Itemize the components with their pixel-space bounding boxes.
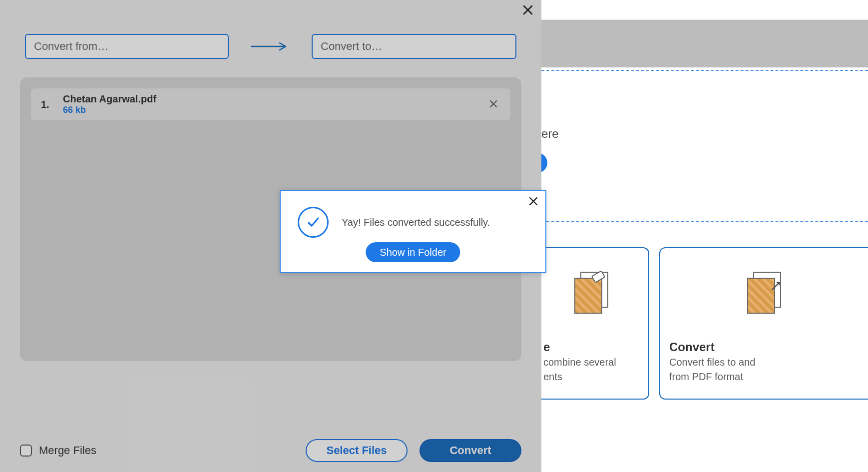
- bg-card-merge-partial: e combine several ents: [534, 247, 649, 400]
- bg-card-merge-desc2: ents: [543, 371, 639, 383]
- show-in-folder-button[interactable]: Show in Folder: [366, 242, 460, 262]
- toast-message: Yay! Files converted successfully.: [342, 217, 490, 228]
- bg-card-merge-icon: [543, 248, 639, 338]
- toast-close-button[interactable]: [526, 195, 540, 209]
- bg-card-merge-title-fragment: e: [543, 340, 639, 354]
- bg-drop-button-fragment: [541, 153, 547, 173]
- bg-card-merge-desc1: combine several: [543, 356, 639, 369]
- success-check-icon: [298, 207, 329, 238]
- success-toast: Yay! Files converted successfully. Show …: [280, 190, 546, 273]
- bg-card-convert-icon: [669, 248, 859, 338]
- bg-card-convert[interactable]: Convert Convert files to and from PDF fo…: [659, 247, 868, 400]
- close-icon: [528, 194, 538, 210]
- bg-card-convert-title: Convert: [669, 340, 859, 354]
- bg-drop-zone: ere: [541, 70, 868, 222]
- bg-titlebar: [541, 0, 868, 20]
- bg-drop-hint-fragment: ere: [541, 127, 559, 141]
- bg-toolbar: [541, 20, 868, 67]
- show-in-folder-label: Show in Folder: [380, 247, 446, 258]
- bg-card-convert-desc2: from PDF format: [669, 371, 859, 383]
- bg-card-convert-desc1: Convert files to and: [669, 356, 859, 369]
